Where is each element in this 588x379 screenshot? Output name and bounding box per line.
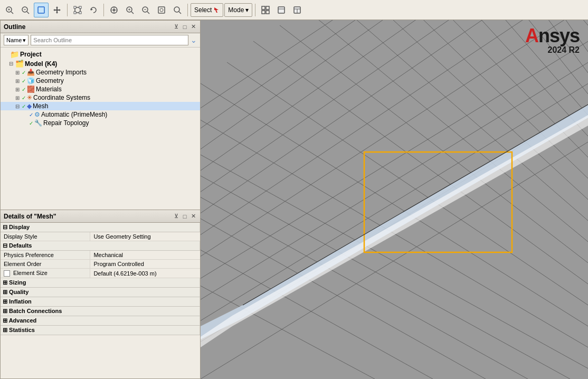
toolbar-sep-1: [67, 4, 68, 16]
defaults-section-header[interactable]: ⊟ Defaults: [1, 241, 200, 251]
sizing-section-label: Sizing: [9, 279, 26, 286]
tree-item-mesh[interactable]: ⊟ ✓ ◆ Mesh: [1, 102, 200, 110]
name-dropdown[interactable]: Name ▾: [4, 35, 29, 45]
box-select-button[interactable]: [34, 3, 49, 17]
details-float-icon[interactable]: □: [181, 213, 188, 220]
zoom-out-button[interactable]: [18, 3, 33, 17]
zoom-extent-button[interactable]: [2, 3, 17, 17]
mode-arrow: ▾: [245, 6, 249, 14]
tree-item-automatic[interactable]: ✓ ⚙ Automatic (PrimeMesh): [1, 110, 200, 119]
fit-button[interactable]: [70, 3, 85, 17]
advanced-section-header[interactable]: ⊞ Advanced: [1, 316, 200, 326]
details-table: ⊟ Display Display Style Use Geometry Set…: [1, 223, 200, 335]
svg-line-29: [179, 12, 181, 14]
zoom-fit2-button[interactable]: [154, 3, 169, 17]
extra-btn-2[interactable]: [274, 3, 289, 17]
advanced-section-label: Advanced: [9, 317, 37, 324]
element-size-value[interactable]: Default (4.6219e-003 m): [90, 269, 200, 278]
center-button[interactable]: [107, 3, 121, 17]
coord-icon: ✳: [27, 94, 32, 101]
extra-btn-3[interactable]: [290, 3, 305, 17]
zoom-out2-button[interactable]: [138, 3, 153, 17]
tree-item-coord-systems[interactable]: ⊞ ✓ ✳ Coordinate Systems: [1, 93, 200, 102]
pan-button[interactable]: [50, 3, 64, 17]
svg-rect-33: [262, 11, 265, 14]
tree-item-repair[interactable]: ✓ 🔧 Repair Topology: [1, 119, 200, 127]
repair-label: Repair Topology: [43, 119, 89, 127]
display-style-row: Display Style Use Geometry Setting: [1, 232, 200, 241]
zoom-half2-button[interactable]: [170, 3, 185, 17]
select-button[interactable]: Select: [191, 3, 223, 17]
extra-btn-1[interactable]: [258, 3, 273, 17]
svg-rect-10: [74, 6, 76, 8]
outline-float-icon[interactable]: □: [181, 24, 188, 30]
tree-item-materials[interactable]: ⊞ ✓ 🧱 Materials: [1, 85, 200, 93]
quality-section-header[interactable]: ⊞ Quality: [1, 288, 200, 297]
svg-rect-7: [38, 7, 44, 13]
details-header-icons: ⊻ □ ✕: [173, 213, 197, 220]
repair-check-icon: ✓: [29, 120, 33, 126]
defaults-section-label: Defaults: [9, 242, 32, 249]
viewport[interactable]: Ansys 2024 R2: [201, 20, 588, 379]
svg-rect-34: [266, 11, 269, 14]
outline-toolbar: Name ▾ ⌄: [1, 33, 200, 48]
outline-pin-icon[interactable]: ⊻: [173, 23, 180, 30]
element-size-checkbox[interactable]: [4, 270, 10, 277]
tree-item-project[interactable]: 📁 Project: [1, 50, 200, 59]
materials-label: Materials: [36, 86, 62, 93]
geo-imports-expand[interactable]: ⊞: [14, 70, 21, 75]
inflation-section-header[interactable]: ⊞ Inflation: [1, 297, 200, 307]
geo-imports-check-icon: ✓: [22, 70, 26, 75]
defaults-collapse-icon: ⊟: [3, 242, 7, 249]
tree-item-geometry[interactable]: ⊞ ✓ 🧊 Geometry: [1, 77, 200, 85]
display-section-label: Display: [9, 224, 30, 230]
svg-line-20: [131, 12, 134, 14]
search-arrow-icon[interactable]: ⌄: [191, 36, 197, 44]
physics-pref-value[interactable]: Mechanical: [90, 251, 200, 260]
quality-expand-icon: ⊞: [3, 289, 7, 295]
svg-marker-14: [91, 8, 93, 11]
coord-label: Coordinate Systems: [33, 94, 90, 101]
inflation-expand-icon: ⊞: [3, 298, 7, 305]
statistics-section-header[interactable]: ⊞ Statistics: [1, 326, 200, 335]
name-dropdown-arrow: ▾: [23, 37, 26, 44]
geo-imports-icon: 📥: [27, 69, 35, 76]
svg-rect-13: [79, 12, 81, 14]
model-icon: 🗂️: [15, 60, 24, 68]
tree-item-geometry-imports[interactable]: ⊞ ✓ 📥 Geometry Imports: [1, 68, 200, 77]
batch-connections-section-header[interactable]: ⊞ Batch Connections: [1, 307, 200, 316]
details-pin-icon[interactable]: ⊻: [173, 213, 180, 220]
details-panel: Details of "Mesh" ⊻ □ ✕ ⊟ Display: [0, 210, 201, 379]
details-close-icon[interactable]: ✕: [189, 213, 197, 220]
quality-section-label: Quality: [9, 289, 29, 295]
mesh-label: Mesh: [33, 102, 48, 110]
outline-close-icon[interactable]: ✕: [189, 23, 197, 30]
svg-rect-11: [79, 6, 81, 8]
model-expand-icon[interactable]: ⊟: [8, 61, 14, 67]
statistics-expand-icon: ⊞: [3, 327, 7, 333]
mode-button[interactable]: Mode ▾: [224, 3, 252, 17]
svg-rect-12: [74, 12, 76, 14]
materials-expand[interactable]: ⊞: [14, 87, 21, 92]
tree-item-model[interactable]: ⊟ 🗂️ Model (K4): [1, 59, 200, 68]
svg-marker-30: [214, 7, 219, 13]
batch-expand-icon: ⊞: [3, 308, 7, 314]
geometry-expand[interactable]: ⊞: [14, 78, 21, 84]
element-order-value[interactable]: Program Controlled: [90, 260, 200, 269]
svg-rect-26: [158, 7, 165, 13]
display-section-header[interactable]: ⊟ Display: [1, 223, 200, 232]
geometry-check-icon: ✓: [22, 78, 26, 84]
mesh-icon: ◆: [27, 102, 32, 110]
coord-expand[interactable]: ⊞: [14, 95, 21, 101]
svg-rect-31: [262, 6, 265, 10]
display-style-value[interactable]: Use Geometry Setting: [90, 232, 200, 241]
svg-marker-8: [53, 6, 61, 14]
auto-icon: ⚙: [34, 111, 40, 118]
mesh-expand[interactable]: ⊟: [14, 103, 21, 109]
left-panel: Outline ⊻ □ ✕ Name ▾ ⌄ 📁: [0, 20, 201, 379]
rotate-button[interactable]: [86, 3, 101, 17]
zoom-in-button[interactable]: [122, 3, 137, 17]
sizing-section-header[interactable]: ⊞ Sizing: [1, 278, 200, 288]
search-input[interactable]: [31, 35, 188, 45]
mesh-check-icon: ✓: [22, 103, 26, 109]
